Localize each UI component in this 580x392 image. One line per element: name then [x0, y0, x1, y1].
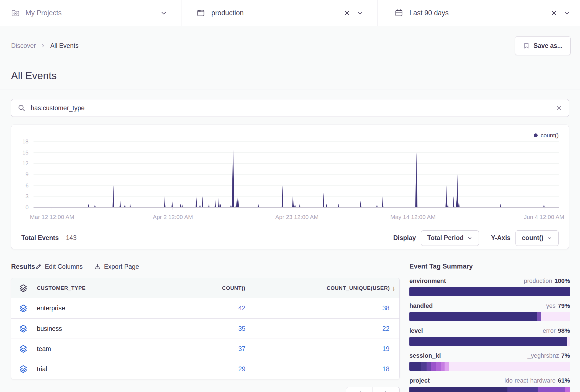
tag-summary-list: environmentproduction100%handledyes79%le…: [409, 277, 570, 392]
count-unique-cell[interactable]: 19: [245, 345, 399, 353]
tag-bar-segment[interactable]: [427, 362, 431, 371]
chevron-down-icon[interactable]: [563, 9, 571, 17]
tag-bar-segment[interactable]: [431, 362, 435, 371]
tag-entry: projectido-react-hardware61%: [409, 377, 570, 392]
tag-top-value: ido-react-hardware: [504, 377, 556, 384]
results-table-body: enterprise4238business3522team3719trial2…: [11, 298, 399, 379]
tag-top-value: error: [543, 327, 556, 334]
tag-bar-segment[interactable]: [449, 362, 570, 371]
yaxis-dropdown[interactable]: count(): [515, 230, 559, 246]
tag-entry: handledyes79%: [409, 302, 570, 321]
tag-bar-segment[interactable]: [409, 362, 421, 371]
breadcrumb-current: All Events: [50, 42, 78, 50]
column-header-count-unique[interactable]: COUNT_UNIQUE(USER) ↓: [245, 284, 399, 292]
tag-entry: session_id_yeghrsbnz7%: [409, 352, 570, 371]
count-cell[interactable]: 42: [157, 305, 245, 312]
tag-percentage: 79%: [558, 302, 570, 309]
chevron-down-icon[interactable]: [356, 9, 364, 17]
chart-legend: count(): [534, 132, 559, 139]
total-events-label: Total Events: [21, 234, 59, 242]
tag-percentage: 98%: [558, 327, 570, 334]
search-input[interactable]: [30, 104, 555, 112]
yaxis-dropdown-value: count(): [522, 234, 543, 242]
tag-bar-segment[interactable]: [567, 337, 570, 346]
tag-bar: [409, 312, 570, 321]
tag-bar-segment[interactable]: [409, 387, 507, 392]
tag-bar-segment[interactable]: [441, 362, 445, 371]
search-bar: [11, 99, 569, 117]
sort-desc-icon: ↓: [392, 284, 396, 292]
chevron-down-icon[interactable]: [160, 9, 167, 17]
pagination: [346, 387, 400, 392]
save-as-button[interactable]: Save as...: [515, 36, 571, 55]
count-unique-cell[interactable]: 18: [245, 365, 399, 373]
count-cell[interactable]: 37: [157, 345, 245, 353]
chevron-down-icon: [547, 235, 552, 241]
next-page-button[interactable]: [373, 387, 400, 392]
tag-bar-segment[interactable]: [537, 312, 541, 321]
tag-bar-segment[interactable]: [409, 337, 567, 346]
projects-folder-icon: [11, 9, 20, 17]
chevron-right-icon: [40, 43, 46, 48]
column-header-count[interactable]: COUNT(): [157, 285, 245, 291]
tag-bar-segment[interactable]: [421, 362, 427, 371]
tag-bar-segment[interactable]: [541, 312, 570, 321]
tag-bar-segment[interactable]: [409, 287, 570, 296]
tag-name: environment: [409, 277, 446, 285]
display-dropdown-value: Total Period: [427, 234, 464, 242]
tag-bar-segment[interactable]: [538, 387, 564, 392]
tag-bar: [409, 362, 570, 371]
project-selector-label: My Projects: [25, 9, 62, 17]
pencil-icon: [35, 263, 42, 270]
clear-search-icon[interactable]: [555, 104, 563, 112]
customer-type-cell: team: [37, 345, 157, 353]
tag-percentage: 61%: [558, 377, 570, 384]
display-dropdown[interactable]: Total Period: [421, 230, 479, 246]
tag-name: level: [409, 327, 423, 334]
legend-label: count(): [541, 132, 559, 139]
stack-icon: [19, 365, 37, 373]
tag-name: project: [409, 377, 430, 384]
count-unique-cell[interactable]: 38: [245, 305, 399, 312]
results-header-row: Results Edit Columns Export Page: [11, 260, 400, 273]
tag-bar-segment[interactable]: [436, 362, 441, 371]
environment-filter[interactable]: production: [181, 0, 378, 26]
tag-top-value: _yeghrsbnz: [527, 352, 559, 359]
tag-bar-segment[interactable]: [565, 387, 570, 392]
date-range-filter[interactable]: Last 90 days: [378, 0, 580, 26]
svg-text:6: 6: [25, 182, 29, 189]
results-heading: Results: [11, 263, 35, 270]
event-volume-chart[interactable]: 0369121518Mar 12 12:00 AMApr 2 12:00 AMA…: [11, 125, 569, 227]
tag-name: handled: [409, 302, 433, 310]
svg-text:May 14 12:00 AM: May 14 12:00 AM: [390, 214, 435, 220]
download-icon: [94, 263, 101, 270]
table-row: team3719: [11, 339, 399, 359]
edit-columns-label: Edit Columns: [45, 263, 83, 270]
column-header-customer-type[interactable]: CUSTOMER_TYPE: [37, 285, 157, 291]
stack-icon: [19, 345, 37, 353]
count-unique-cell[interactable]: 22: [245, 325, 399, 332]
clear-environment-icon[interactable]: [344, 10, 350, 16]
tag-bar-segment[interactable]: [507, 387, 538, 392]
count-cell[interactable]: 35: [157, 325, 245, 332]
clear-date-range-icon[interactable]: [551, 10, 557, 16]
chevron-left-icon: [356, 390, 363, 392]
export-page-label: Export Page: [104, 263, 139, 270]
events-chart-panel: 0369121518Mar 12 12:00 AMApr 2 12:00 AMA…: [11, 125, 569, 249]
search-icon: [17, 104, 26, 112]
table-row: trial2918: [11, 359, 399, 379]
stack-icon: [19, 324, 37, 333]
tag-bar-segment[interactable]: [409, 312, 537, 321]
export-page-button[interactable]: Export Page: [94, 263, 139, 270]
edit-columns-button[interactable]: Edit Columns: [35, 263, 83, 270]
tag-bar-segment[interactable]: [445, 362, 449, 371]
svg-text:Mar 12 12:00 AM: Mar 12 12:00 AM: [30, 214, 74, 220]
breadcrumb-discover-link[interactable]: Discover: [11, 42, 36, 50]
project-selector[interactable]: My Projects: [0, 0, 181, 26]
page-title: All Events: [11, 70, 57, 82]
previous-page-button[interactable]: [346, 387, 373, 392]
chevron-right-icon: [383, 390, 389, 392]
count-cell[interactable]: 29: [157, 365, 245, 373]
svg-text:12: 12: [22, 160, 29, 166]
customer-type-cell: enterprise: [37, 305, 157, 312]
